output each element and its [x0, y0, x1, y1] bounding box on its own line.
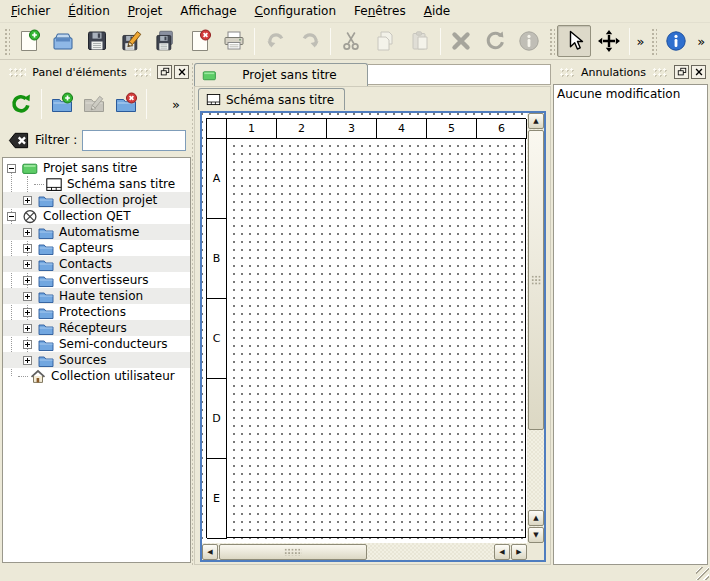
tab-diagram[interactable]: Schéma sans titre [198, 88, 345, 110]
expand-expander[interactable] [23, 340, 32, 349]
toolbar-overflow-button[interactable]: » [633, 26, 649, 56]
expand-expander[interactable] [23, 244, 32, 253]
scroll-left-button[interactable]: ◀ [202, 544, 218, 560]
scroll-right-button[interactable]: ▶ [511, 544, 527, 560]
tree-item-semi-conducteurs[interactable]: Semi-conducteurs [3, 336, 190, 352]
print-button[interactable] [217, 25, 251, 57]
delete-button[interactable] [444, 25, 478, 57]
tree-item-collection-qet[interactable]: Collection QET [3, 208, 190, 224]
move-icon [597, 29, 621, 53]
save-as-button[interactable] [115, 25, 149, 57]
toolbar-drag-handle[interactable] [650, 27, 657, 55]
scroll-up-button-2[interactable]: ▲ [528, 510, 544, 526]
filter-input[interactable] [82, 130, 186, 151]
open-project-button[interactable] [46, 25, 80, 57]
undo-button[interactable] [258, 25, 292, 57]
menu-aide[interactable]: Aide [415, 1, 460, 21]
row-header-C: C [207, 299, 227, 379]
folder-icon [38, 193, 54, 208]
cut-icon [339, 29, 363, 53]
clear-filter-button[interactable] [7, 129, 30, 152]
redo-button[interactable] [293, 25, 327, 57]
redo-icon [298, 29, 322, 53]
copy-button[interactable] [368, 25, 402, 57]
vertical-scrollbar-thumb[interactable] [528, 130, 544, 430]
tree-item-label: Contacts [59, 257, 112, 271]
paste-button[interactable] [402, 25, 436, 57]
undo-list-item[interactable]: Aucune modification [554, 85, 707, 102]
tree-guide-stub [34, 184, 44, 185]
tab-project[interactable]: Projet sans titre [194, 63, 368, 86]
tree-item-recepteurs[interactable]: Récepteurs [3, 320, 190, 336]
horizontal-scrollbar-thumb[interactable] [219, 544, 367, 560]
tree-item-projet-sans-titre[interactable]: Projet sans titre [3, 160, 190, 176]
tree-item-schema-sans-titre[interactable]: Schéma sans titre [3, 176, 190, 192]
about-button[interactable] [659, 25, 693, 57]
menu-fenetres[interactable]: Fenêtres [345, 1, 415, 21]
expand-expander[interactable] [23, 308, 32, 317]
tree-item-capteurs[interactable]: Capteurs [3, 240, 190, 256]
column-header-2: 2 [277, 119, 327, 139]
menu-projet[interactable]: Projet [119, 1, 171, 21]
expand-expander[interactable] [23, 228, 32, 237]
scroll-down-button[interactable]: ▼ [528, 527, 544, 543]
tree-item-convertisseurs[interactable]: Convertisseurs [3, 272, 190, 288]
diagram-icon [205, 93, 222, 106]
toolbar-drag-handle[interactable] [548, 27, 555, 55]
tree-item-contacts[interactable]: Contacts [3, 256, 190, 272]
undo-history-list: Aucune modification [553, 84, 708, 565]
close-button[interactable] [174, 65, 189, 79]
undo-panel-title: Annulations [579, 66, 648, 79]
column-header-1: 1 [227, 119, 277, 139]
expand-expander[interactable] [23, 260, 32, 269]
tree-item-collection-projet[interactable]: Collection projet [3, 192, 190, 208]
reload-collections-button[interactable] [5, 88, 37, 120]
toolbar-overflow-button[interactable]: » [693, 26, 709, 56]
collapse-expander[interactable] [7, 164, 16, 173]
tree-item-protections[interactable]: Protections [3, 304, 190, 320]
collections-tree: Projet sans titreSchéma sans titreCollec… [2, 157, 191, 563]
save-all-button[interactable] [149, 25, 183, 57]
menu-configuration[interactable]: Configuration [246, 1, 345, 21]
close-file-button[interactable] [183, 25, 217, 57]
float-button[interactable] [674, 65, 689, 79]
resize-grip[interactable] [696, 567, 709, 580]
expand-expander[interactable] [23, 276, 32, 285]
expand-expander[interactable] [23, 292, 32, 301]
diagram-canvas[interactable]: 123456ABCDE [202, 113, 527, 543]
menu-edition[interactable]: Édition [59, 1, 119, 21]
project-icon [22, 161, 38, 176]
menu-affichage[interactable]: Affichage [171, 1, 245, 21]
expand-expander[interactable] [23, 356, 32, 365]
collapse-expander[interactable] [7, 212, 16, 221]
edit-category-button[interactable] [78, 88, 110, 120]
panel-toolbar-overflow-button[interactable]: » [168, 89, 184, 119]
scroll-left-button-2[interactable]: ◀ [494, 544, 510, 560]
close-button[interactable] [691, 65, 706, 79]
horizontal-scrollbar[interactable]: ◀ ◀ ▶ [202, 543, 527, 560]
tree-item-automatisme[interactable]: Automatisme [3, 224, 190, 240]
vertical-scrollbar[interactable]: ▲ ▲ ▼ [527, 113, 544, 543]
new-category-button[interactable] [46, 88, 78, 120]
tree-item-sources[interactable]: Sources [3, 352, 190, 368]
cut-button[interactable] [334, 25, 368, 57]
delete-category-button[interactable] [110, 88, 142, 120]
save-button[interactable] [80, 25, 114, 57]
toolbar-drag-handle[interactable] [3, 27, 10, 55]
float-button[interactable] [157, 65, 172, 79]
expand-expander[interactable] [23, 196, 32, 205]
expand-expander[interactable] [23, 324, 32, 333]
scroll-up-button[interactable]: ▲ [528, 113, 544, 129]
select-mode-button[interactable] [557, 25, 591, 57]
new-document-button[interactable] [12, 25, 46, 57]
rotate-button[interactable] [478, 25, 512, 57]
element-infos-button[interactable] [512, 25, 546, 57]
qet-collection-icon [22, 209, 38, 224]
tab-project-label: Projet sans titre [218, 68, 361, 82]
tree-item-label: Projet sans titre [43, 161, 137, 175]
tree-item-collection-utilisateur[interactable]: Collection utilisateur [3, 368, 190, 384]
menu-fichier[interactable]: Fichier [2, 1, 59, 21]
tree-item-haute-tension[interactable]: Haute tension [3, 288, 190, 304]
pan-mode-button[interactable] [591, 25, 625, 57]
folder-edit-icon [82, 92, 106, 116]
